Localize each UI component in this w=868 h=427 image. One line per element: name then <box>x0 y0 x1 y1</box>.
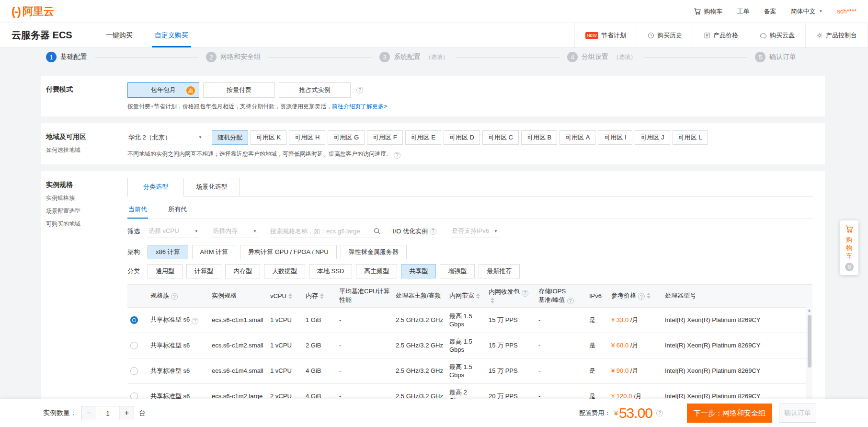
cat-memory[interactable]: 内存型 <box>225 264 260 278</box>
zone-h[interactable]: 可用区 H <box>289 130 325 145</box>
spec-search-input[interactable] <box>270 228 374 235</box>
purchase-history-link[interactable]: 购买历史 <box>637 23 693 47</box>
ipv6-select[interactable]: 是否支持IPv6 ▼ <box>451 225 499 238</box>
tab-current-gen[interactable]: 当前代 <box>127 202 148 219</box>
cat-high-freq[interactable]: 高主频型 <box>356 264 397 278</box>
confirm-order-button[interactable]: 确认订单 <box>779 404 816 423</box>
cat-general[interactable]: 通用型 <box>148 264 183 278</box>
region-note: 不同地域的实例之间内网互不相通；选择靠近您客户的地域，可降低网络时延、提高您客户… <box>127 150 813 159</box>
scroll-up-icon[interactable]: ▲ <box>806 307 812 314</box>
tab-all-gen[interactable]: 所有代 <box>167 202 188 219</box>
arch-heterogeneous[interactable]: 异构计算 GPU / FPGA / NPU <box>240 245 337 259</box>
zone-l[interactable]: 可用区 L <box>673 130 708 145</box>
region-select[interactable]: 华北 2（北京） ▼ <box>127 130 204 145</box>
billing-option-subscription[interactable]: 包年包月 惠 <box>127 82 199 98</box>
arch-row: 架构 x86 计算 ARM 计算 异构计算 GPU / FPGA / NPU 弹… <box>127 245 813 259</box>
product-console-link[interactable]: 产品控制台 <box>805 23 868 47</box>
step-connector <box>644 57 747 58</box>
billing-option-payg[interactable]: 按量付费 <box>203 82 275 98</box>
cat-local-ssd[interactable]: 本地 SSD <box>309 264 352 278</box>
quantity-minus-button[interactable]: − <box>82 406 96 420</box>
saving-plan-link[interactable]: NEW 节省计划 <box>574 23 637 47</box>
top-username[interactable]: sch**** <box>837 8 857 15</box>
table-row[interactable]: 共享标准型 s6 ecs.s6-c1m2.small 1 vCPU 2 GiB … <box>127 333 812 358</box>
spec-table-wrap: 规格族? 实例规格 vCPU 内存 平均基准CPU计算性能 处理器主频/睿频 内… <box>127 284 812 409</box>
arch-x86[interactable]: x86 计算 <box>148 245 188 259</box>
zone-k[interactable]: 可用区 K <box>251 130 286 145</box>
top-cart-link[interactable]: 购物车 <box>693 7 723 16</box>
buy-disk-link[interactable]: 购买云盘 <box>749 23 805 47</box>
search-icon[interactable] <box>374 228 380 234</box>
billing-note-link[interactable]: 前往介绍页了解更多> <box>332 103 387 110</box>
help-icon[interactable]: ? <box>394 152 400 159</box>
cat-enhanced[interactable]: 增强型 <box>440 264 475 278</box>
zone-a[interactable]: 可用区 A <box>560 130 595 145</box>
tab-quick-buy[interactable]: 一键购买 <box>106 23 133 47</box>
zone-i[interactable]: 可用区 I <box>598 130 632 145</box>
billing-option-spot[interactable]: 抢占式实例 <box>279 82 351 98</box>
zone-g[interactable]: 可用区 G <box>328 130 365 145</box>
arch-arm[interactable]: ARM 计算 <box>192 245 237 259</box>
zone-e[interactable]: 可用区 E <box>405 130 441 145</box>
help-icon[interactable]: ? <box>567 298 574 304</box>
help-icon[interactable]: ? <box>192 318 198 324</box>
region-help-link[interactable]: 如何选择地域 <box>46 146 127 154</box>
zone-d[interactable]: 可用区 D <box>444 130 480 145</box>
cat-shared[interactable]: 共享型 <box>401 264 436 278</box>
sort-icon[interactable] <box>320 293 324 299</box>
vcpu-select[interactable]: 选择 vCPU ▼ <box>148 225 199 238</box>
scrollbar-thumb[interactable] <box>808 315 811 368</box>
zone-f[interactable]: 可用区 F <box>367 130 403 145</box>
sort-icon[interactable] <box>288 293 292 299</box>
aliyun-logo[interactable]: (-) 阿里云 <box>11 4 54 19</box>
sort-icon[interactable] <box>476 293 480 299</box>
row-radio[interactable] <box>130 367 138 375</box>
quantity-unit: 台 <box>139 409 146 417</box>
help-icon[interactable]: ? <box>656 410 663 416</box>
tab-scenario-select[interactable]: 场景化选型 <box>183 178 240 196</box>
arch-baremetal[interactable]: 弹性裸金属服务器 <box>341 245 407 259</box>
zone-b[interactable]: 可用区 B <box>521 130 557 145</box>
table-scrollbar[interactable]: ▲ <box>806 307 812 409</box>
purchasable-region-link[interactable]: 可购买的地域 <box>46 220 127 228</box>
col-vcpu: vCPU <box>267 284 303 307</box>
help-icon[interactable]: ? <box>522 290 528 297</box>
cat-compute[interactable]: 计算型 <box>186 264 221 278</box>
scenario-config-link[interactable]: 场景配置选型 <box>46 207 127 215</box>
chevron-down-icon: ▼ <box>819 9 823 13</box>
tab-classify-select[interactable]: 分类选型 <box>127 178 184 196</box>
cat-latest[interactable]: 最新推荐 <box>479 264 520 278</box>
col-bandwidth: 内网带宽 <box>446 284 486 307</box>
row-radio[interactable] <box>130 316 138 324</box>
table-row[interactable]: 共享标准型 s6? ecs.s6-c1m1.small 1 vCPU 1 GiB… <box>127 307 812 333</box>
sort-icon[interactable] <box>647 293 651 299</box>
quantity-plus-button[interactable]: + <box>119 406 134 420</box>
top-ticket-link[interactable]: 工单 <box>737 7 750 16</box>
zone-c[interactable]: 可用区 C <box>482 130 519 145</box>
zone-j[interactable]: 可用区 J <box>635 130 670 145</box>
step-confirm-order: 5 确认订单 <box>755 52 796 62</box>
col-family: 规格族? <box>148 284 209 307</box>
help-icon[interactable]: ? <box>430 228 436 235</box>
section-label: 地域及可用区 <box>46 133 127 141</box>
row-radio[interactable] <box>130 342 138 349</box>
cat-bigdata[interactable]: 大数据型 <box>264 264 305 278</box>
quantity-input[interactable] <box>96 406 119 420</box>
table-row[interactable]: 共享标准型 s6 ecs.s6-c1m4.small 1 vCPU 4 GiB … <box>127 358 812 383</box>
step-connector <box>456 57 560 58</box>
product-price-link[interactable]: 产品价格 <box>693 23 749 47</box>
spec-family-link[interactable]: 实例规格族 <box>46 194 127 202</box>
next-step-button[interactable]: 下一步：网络和安全组 <box>687 404 772 423</box>
zone-random[interactable]: 随机分配 <box>212 130 248 145</box>
tab-custom-buy[interactable]: 自定义购买 <box>155 23 188 47</box>
memory-select[interactable]: 选择内存 ▼ <box>212 225 258 238</box>
top-language-select[interactable]: 简体中文 ▼ <box>791 7 823 16</box>
floating-cart-widget[interactable]: 购 物 车 0 <box>840 220 858 275</box>
top-beian-link[interactable]: 备案 <box>764 7 777 16</box>
sort-icon[interactable] <box>491 298 494 303</box>
aliyun-logo-icon: (-) <box>11 5 20 18</box>
fee-area: 配置费用： ¥ 53.00 ? 下一步：网络和安全组 确认订单 <box>579 404 816 423</box>
help-icon[interactable]: ? <box>171 293 178 300</box>
help-icon[interactable]: ? <box>356 87 363 93</box>
help-icon[interactable]: ? <box>638 293 645 300</box>
